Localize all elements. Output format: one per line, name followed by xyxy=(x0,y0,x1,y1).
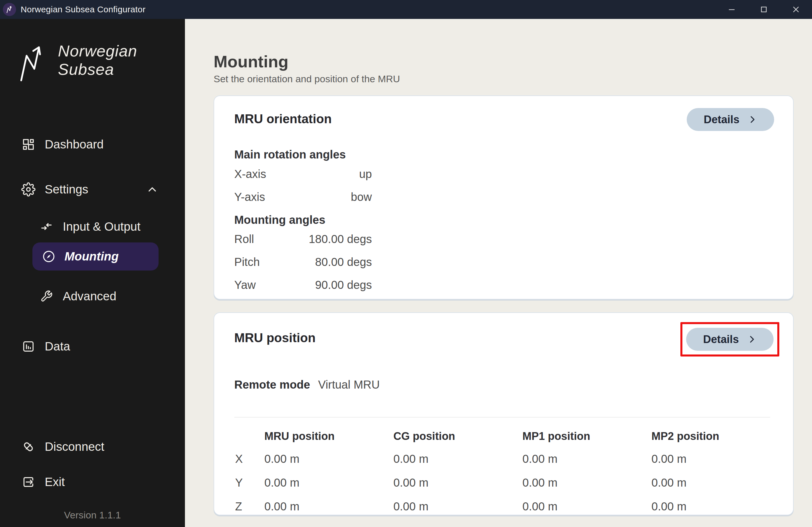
table-cell: 0.00 m xyxy=(651,495,781,518)
maximize-button[interactable] xyxy=(748,0,780,19)
column-header: CG position xyxy=(393,423,522,449)
orientation-row: X-axis up xyxy=(234,167,372,180)
close-button[interactable] xyxy=(780,0,812,19)
table-cell: 0.00 m xyxy=(264,471,393,495)
sidebar-item-advanced[interactable]: Advanced xyxy=(0,287,185,306)
row-value: 90.00 degs xyxy=(315,279,372,291)
compass-icon xyxy=(41,250,57,263)
row-axis-label: Y xyxy=(230,471,264,495)
window-title: Norwegian Subsea Configurator xyxy=(21,4,146,14)
sidebar-item-settings[interactable]: Settings xyxy=(0,180,185,199)
table-cell: 0.00 m xyxy=(522,495,651,518)
page-title: Mounting xyxy=(214,52,288,71)
sidebar-item-label: Disconnect xyxy=(45,440,104,454)
column-header: MP2 position xyxy=(651,423,781,449)
card-title: MRU orientation xyxy=(234,112,332,126)
sidebar-item-input-output[interactable]: Input & Output xyxy=(0,217,185,236)
table-corner-cell xyxy=(230,423,264,449)
row-value: 180.00 degs xyxy=(309,233,372,246)
sidebar-item-dashboard[interactable]: Dashboard xyxy=(0,135,185,154)
sidebar-item-label: Exit xyxy=(45,475,65,489)
mru-orientation-card: MRU orientation Details Main rotation an… xyxy=(214,96,794,299)
table-cell: 0.00 m xyxy=(393,471,522,495)
sidebar-item-label: Dashboard xyxy=(45,137,103,151)
table-cell: 0.00 m xyxy=(651,471,781,495)
row-value: up xyxy=(359,167,372,180)
sidebar-item-label: Settings xyxy=(45,182,88,196)
red-highlight-box: Details xyxy=(680,322,779,356)
section-label: Mounting angles xyxy=(234,214,325,226)
row-label: Yaw xyxy=(234,279,256,291)
card-title: MRU position xyxy=(234,331,316,345)
row-value: bow xyxy=(351,191,372,203)
details-button-label: Details xyxy=(703,333,739,346)
row-label: Pitch xyxy=(234,255,260,268)
version-label: Version 1.1.1 xyxy=(0,510,185,521)
table-cell: 0.00 m xyxy=(522,447,651,471)
app-window: Norwegian Subsea Configurator Norwegian xyxy=(0,0,812,527)
section-label: Main rotation angles xyxy=(234,148,346,161)
table-cell: 0.00 m xyxy=(651,447,781,471)
chevron-right-icon xyxy=(748,115,757,125)
sidebar-item-label: Advanced xyxy=(63,290,116,303)
dashboard-icon xyxy=(21,137,36,151)
orientation-row: Y-axis bow xyxy=(234,191,372,203)
brand-logo-icon xyxy=(15,42,52,82)
sidebar-item-label: Mounting xyxy=(64,250,119,263)
broken-link-icon xyxy=(21,440,36,454)
main-content: Mounting Set the orientation and positio… xyxy=(185,19,812,527)
orientation-row: Roll 180.00 degs xyxy=(234,233,372,246)
row-value: 80.00 degs xyxy=(315,255,372,268)
remote-mode-row: Remote mode Virtual MRU xyxy=(234,378,380,391)
minimize-button[interactable] xyxy=(716,0,748,19)
orientation-details-button[interactable]: Details xyxy=(687,108,774,131)
app-logo-icon xyxy=(3,3,16,16)
table-cell: 0.00 m xyxy=(522,471,651,495)
chevron-up-icon xyxy=(146,183,159,196)
position-table: MRU position CG position MP1 position MP… xyxy=(230,423,781,518)
titlebar: Norwegian Subsea Configurator xyxy=(0,0,812,19)
sidebar-item-exit[interactable]: Exit xyxy=(0,472,185,492)
sidebar-item-label: Input & Output xyxy=(63,220,141,234)
remote-mode-label: Remote mode xyxy=(234,378,310,391)
gear-icon xyxy=(21,182,36,196)
orientation-row: Pitch 80.00 degs xyxy=(234,255,372,268)
sidebar-item-label: Data xyxy=(45,340,70,353)
bar-chart-icon xyxy=(21,340,36,353)
swap-arrows-icon xyxy=(39,220,54,233)
logout-icon xyxy=(21,475,36,488)
wrench-icon xyxy=(39,290,54,303)
sidebar-item-disconnect[interactable]: Disconnect xyxy=(0,437,185,456)
table-cell: 0.00 m xyxy=(393,495,522,518)
sidebar: Norwegian Subsea Dashboard Settings xyxy=(0,19,185,527)
row-label: Roll xyxy=(234,233,254,246)
brand-logo-text: Norwegian Subsea xyxy=(58,42,137,78)
chevron-right-icon xyxy=(747,334,757,344)
brand-logo: Norwegian Subsea xyxy=(15,42,137,82)
table-cell: 0.00 m xyxy=(264,447,393,471)
page-subtitle: Set the orientation and position of the … xyxy=(214,73,400,85)
divider xyxy=(234,417,770,418)
position-details-button[interactable]: Details xyxy=(686,328,773,351)
row-axis-label: Z xyxy=(230,495,264,518)
window-controls xyxy=(716,0,812,19)
table-cell: 0.00 m xyxy=(264,495,393,518)
column-header: MP1 position xyxy=(522,423,651,449)
mru-position-card: MRU position Details Remote mode Virtual… xyxy=(214,312,794,515)
sidebar-item-mounting[interactable]: Mounting xyxy=(32,243,159,270)
row-label: Y-axis xyxy=(234,191,265,203)
details-button-label: Details xyxy=(704,114,739,126)
table-cell: 0.00 m xyxy=(393,447,522,471)
row-label: X-axis xyxy=(234,167,266,180)
row-axis-label: X xyxy=(230,447,264,471)
orientation-row: Yaw 90.00 degs xyxy=(234,279,372,291)
remote-mode-value: Virtual MRU xyxy=(318,378,380,391)
sidebar-item-data[interactable]: Data xyxy=(0,337,185,356)
column-header: MRU position xyxy=(264,423,393,449)
